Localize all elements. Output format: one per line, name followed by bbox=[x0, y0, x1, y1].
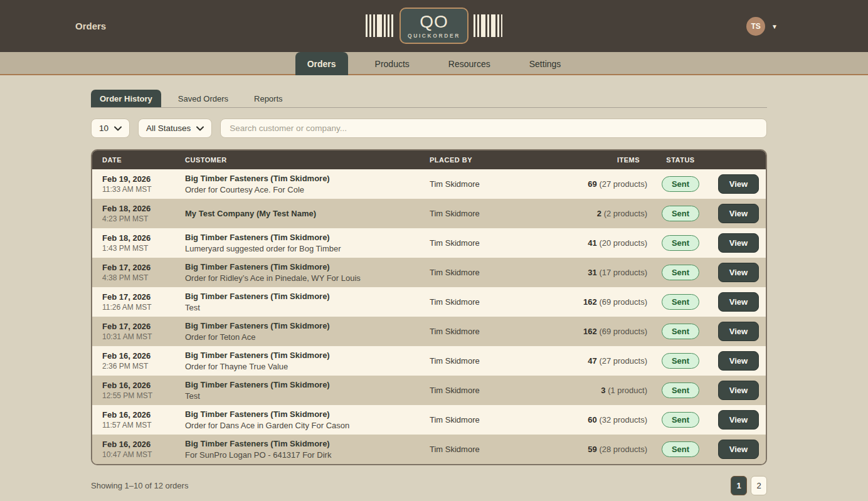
items-count: 59 bbox=[588, 445, 596, 454]
order-time: 11:57 AM MST bbox=[102, 421, 185, 430]
customer-cell: Big Timber Fasteners (Tim Skidmore) Orde… bbox=[185, 321, 430, 342]
subtab-saved-orders[interactable]: Saved Orders bbox=[169, 90, 237, 107]
tab-resources[interactable]: Resources bbox=[437, 52, 502, 75]
tab-products[interactable]: Products bbox=[363, 52, 421, 75]
action-cell: View bbox=[709, 322, 767, 341]
customer-name: Big Timber Fasteners (Tim Skidmore) bbox=[185, 409, 430, 419]
customer-cell: Big Timber Fasteners (Tim Skidmore) Test bbox=[185, 292, 430, 312]
barcode-right-icon bbox=[474, 14, 502, 37]
placed-by: Tim Skidmore bbox=[430, 415, 527, 425]
items-cell: 69 (27 products) bbox=[527, 179, 652, 189]
action-cell: View bbox=[709, 381, 767, 400]
status-badge: Sent bbox=[662, 382, 699, 398]
view-button[interactable]: View bbox=[718, 322, 759, 341]
tab-settings[interactable]: Settings bbox=[517, 52, 573, 75]
subtab-order-history[interactable]: Order History bbox=[91, 90, 161, 107]
items-count: 47 bbox=[588, 356, 596, 366]
chevron-down-icon bbox=[196, 126, 204, 131]
action-cell: View bbox=[709, 263, 767, 282]
items-cell: 2 (2 products) bbox=[527, 209, 652, 218]
items-count: 162 bbox=[583, 297, 597, 307]
action-cell: View bbox=[709, 410, 767, 430]
view-button[interactable]: View bbox=[718, 233, 759, 253]
items-cell: 162 (69 products) bbox=[527, 327, 652, 336]
status-badge: Sent bbox=[662, 441, 699, 457]
barcode-left-icon bbox=[366, 14, 394, 37]
page-size-select[interactable]: 10 bbox=[91, 119, 130, 138]
customer-cell: Big Timber Fasteners (Tim Skidmore) For … bbox=[185, 439, 430, 460]
tab-orders[interactable]: Orders bbox=[295, 52, 348, 75]
status-cell: Sent bbox=[652, 441, 709, 457]
column-header-placed-by: PLACED BY bbox=[430, 156, 527, 164]
status-badge: Sent bbox=[662, 235, 699, 251]
page-button-1[interactable]: 1 bbox=[731, 476, 747, 495]
view-button[interactable]: View bbox=[718, 351, 759, 371]
avatar[interactable]: TS bbox=[746, 17, 765, 36]
customer-name: My Test Company (My Test Name) bbox=[185, 209, 430, 218]
chevron-down-icon bbox=[114, 126, 122, 131]
view-button[interactable]: View bbox=[718, 410, 759, 430]
status-filter-select[interactable]: All Statuses bbox=[138, 119, 212, 138]
table-row: Feb 18, 2026 4:23 PM MST My Test Company… bbox=[92, 199, 766, 228]
items-cell: 59 (28 products) bbox=[527, 445, 652, 454]
placed-by: Tim Skidmore bbox=[430, 268, 527, 277]
status-badge: Sent bbox=[662, 412, 699, 428]
order-description: Order for Ridley’s Ace in Pinedale, WY F… bbox=[185, 273, 430, 283]
customer-name: Big Timber Fasteners (Tim Skidmore) bbox=[185, 351, 430, 360]
order-date: Feb 16, 2026 bbox=[102, 410, 185, 419]
order-time: 2:36 PM MST bbox=[102, 362, 185, 371]
placed-by: Tim Skidmore bbox=[430, 179, 527, 189]
items-products-detail: (28 products) bbox=[599, 445, 647, 454]
status-cell: Sent bbox=[652, 353, 709, 369]
subtab-reports[interactable]: Reports bbox=[245, 90, 292, 107]
view-button[interactable]: View bbox=[718, 174, 759, 194]
date-cell: Feb 19, 2026 11:33 AM MST bbox=[92, 174, 185, 194]
items-products-detail: (69 products) bbox=[599, 327, 647, 336]
order-date: Feb 17, 2026 bbox=[102, 322, 185, 331]
items-count: 60 bbox=[588, 415, 596, 425]
view-button[interactable]: View bbox=[718, 263, 759, 282]
items-products-detail: (27 products) bbox=[599, 356, 647, 366]
order-time: 11:26 AM MST bbox=[102, 303, 185, 312]
user-menu[interactable]: TS ▼ bbox=[746, 17, 778, 36]
date-cell: Feb 17, 2026 11:26 AM MST bbox=[92, 292, 185, 312]
action-cell: View bbox=[709, 174, 767, 194]
action-cell: View bbox=[709, 351, 767, 371]
status-badge: Sent bbox=[662, 206, 699, 221]
status-cell: Sent bbox=[652, 206, 709, 221]
table-row: Feb 17, 2026 4:38 PM MST Big Timber Fast… bbox=[92, 258, 766, 287]
customer-name: Big Timber Fasteners (Tim Skidmore) bbox=[185, 321, 430, 330]
items-count: 69 bbox=[588, 179, 596, 189]
search-input[interactable] bbox=[220, 119, 767, 138]
action-cell: View bbox=[709, 292, 767, 312]
view-button[interactable]: View bbox=[718, 381, 759, 400]
items-count: 162 bbox=[583, 327, 597, 336]
order-description: Test bbox=[185, 391, 430, 401]
column-header-customer: CUSTOMER bbox=[185, 156, 430, 164]
items-products-detail: (32 products) bbox=[599, 415, 647, 425]
customer-cell: Big Timber Fasteners (Tim Skidmore) Lume… bbox=[185, 233, 430, 253]
view-button[interactable]: View bbox=[718, 292, 759, 312]
date-cell: Feb 16, 2026 12:55 PM MST bbox=[92, 381, 185, 400]
order-date: Feb 17, 2026 bbox=[102, 292, 185, 302]
order-date: Feb 16, 2026 bbox=[102, 440, 185, 449]
placed-by: Tim Skidmore bbox=[430, 238, 527, 248]
view-button[interactable]: View bbox=[718, 440, 759, 459]
customer-cell: My Test Company (My Test Name) bbox=[185, 209, 430, 218]
user-menu-caret-icon[interactable]: ▼ bbox=[771, 23, 778, 30]
items-cell: 47 (27 products) bbox=[527, 356, 652, 366]
table-row: Feb 17, 2026 10:31 AM MST Big Timber Fas… bbox=[92, 317, 766, 346]
order-date: Feb 19, 2026 bbox=[102, 174, 185, 184]
order-description: Order for Dans Ace in Garden City For Ca… bbox=[185, 421, 430, 430]
page-button-2[interactable]: 2 bbox=[751, 476, 767, 495]
order-time: 12:55 PM MST bbox=[102, 391, 185, 400]
items-cell: 3 (1 product) bbox=[527, 386, 652, 395]
view-button[interactable]: View bbox=[718, 204, 759, 223]
status-badge: Sent bbox=[662, 176, 699, 192]
order-time: 10:31 AM MST bbox=[102, 332, 185, 341]
order-description: Order for Teton Ace bbox=[185, 332, 430, 342]
order-description: Lumeryard suggested order for Bog Timber bbox=[185, 244, 430, 253]
date-cell: Feb 16, 2026 10:47 AM MST bbox=[92, 440, 185, 459]
date-cell: Feb 17, 2026 4:38 PM MST bbox=[92, 263, 185, 282]
table-row: Feb 19, 2026 11:33 AM MST Big Timber Fas… bbox=[92, 169, 766, 199]
